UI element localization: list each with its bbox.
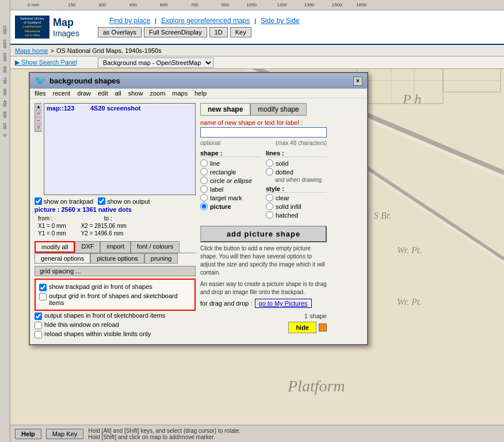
mapkey-button[interactable]: Map Key xyxy=(46,429,83,439)
svg-text:S Br.: S Br. xyxy=(374,211,391,220)
radio-picture[interactable] xyxy=(200,203,208,210)
search-bar: ▶ Show Search Panel Background map - Ope… xyxy=(10,56,504,69)
style-hatched-row: hatched xyxy=(266,211,327,219)
radio-dotted[interactable] xyxy=(266,168,273,176)
svg-text:Wr. Pt.: Wr. Pt. xyxy=(397,297,422,307)
dialog-close-button[interactable]: × xyxy=(353,77,362,86)
show-trackpad-label[interactable]: show on trackpad xyxy=(35,197,93,205)
svg-text:Platform: Platform xyxy=(287,377,345,395)
lines-dotted-row: dotted xyxy=(266,168,327,176)
more-checkboxes: output shapes in front of sketchboard it… xyxy=(35,312,196,338)
menu-maps[interactable]: maps xyxy=(172,90,188,97)
radio-target[interactable] xyxy=(200,194,208,201)
output-shapes-label: output shapes in front of sketchboard it… xyxy=(44,312,165,319)
tab-import[interactable]: import xyxy=(100,241,131,253)
menu-files[interactable]: files xyxy=(35,90,46,97)
top-bar: National Library of Scotland Leabharlann… xyxy=(10,10,504,45)
tab-new-shape[interactable]: new shape xyxy=(200,103,250,116)
reload-shapes-checkbox[interactable] xyxy=(35,331,42,338)
trackpad-screenshot-label: 4S20 screenshot xyxy=(90,105,140,112)
fullscreen-button[interactable]: Full ScreenDisplay xyxy=(144,27,207,37)
menu-zoom[interactable]: zoom xyxy=(150,90,165,97)
ruler-top: 0 mm 150 300 450 600 750 900 1050 1200 1… xyxy=(0,0,504,10)
name-input[interactable] xyxy=(200,127,327,138)
radio-solid-infill[interactable] xyxy=(266,203,273,210)
hide-window-checkbox[interactable] xyxy=(35,322,42,329)
nav-zoom-out[interactable]: − xyxy=(35,117,42,124)
explore-maps-link[interactable]: Explore georeferenced maps xyxy=(161,17,250,25)
radio-solid[interactable] xyxy=(266,159,273,167)
for-drag-label: for drag and drop : xyxy=(200,300,253,307)
radio-label[interactable] xyxy=(200,185,208,193)
dialog-tabs: modify all DXF import font / colours xyxy=(35,241,196,253)
radio-circle[interactable] xyxy=(200,177,208,184)
menu-show[interactable]: show xyxy=(128,90,143,97)
help-button[interactable]: Help xyxy=(15,429,41,439)
svg-text:P h: P h xyxy=(402,92,421,106)
output-grid-checkbox[interactable] xyxy=(39,293,47,300)
opt-general[interactable]: general options xyxy=(35,253,90,264)
show-trackpad-checkbox[interactable] xyxy=(35,197,42,205)
shape-line-row: line xyxy=(200,159,261,167)
radio-line[interactable] xyxy=(200,159,208,167)
nav-zoom-in[interactable]: + xyxy=(35,110,42,117)
menu-all[interactable]: all xyxy=(115,90,121,97)
dialog-title-bar[interactable]: 🐦 background shapes × xyxy=(30,73,367,89)
trackpad-area[interactable]: map::123 4S20 screenshot xyxy=(44,103,196,195)
radio-hatched[interactable] xyxy=(266,211,273,219)
nav-up[interactable]: ▲ xyxy=(35,104,42,110)
background-map-select[interactable]: Background map - OpenStreetMap xyxy=(98,58,213,68)
shape-picture-row: picture xyxy=(200,203,261,210)
1d-button[interactable]: 1D xyxy=(209,27,228,37)
menu-draw[interactable]: draw xyxy=(77,90,91,97)
show-trackpad-grid-row: show trackpad grid in front of shapes xyxy=(39,283,191,291)
grid-spacing-button[interactable]: grid spacing ... xyxy=(35,266,196,276)
menu-help[interactable]: help xyxy=(194,90,207,97)
add-picture-shape-button[interactable]: add picture shape xyxy=(200,226,327,242)
bottom-bar: Help Map Key Hold [Alt] and [Shift] keys… xyxy=(10,425,504,442)
top-buttons: as Overlays Full ScreenDisplay 1D Key xyxy=(98,27,499,37)
tab-modify-all[interactable]: modify all xyxy=(35,241,75,253)
find-by-place-link[interactable]: Find by place xyxy=(109,17,150,25)
hide-color-square xyxy=(319,323,327,332)
shape-col-label: shape : xyxy=(200,150,261,157)
style-solid-infill-row: solid infill xyxy=(266,203,327,210)
show-trackpad-grid-checkbox[interactable] xyxy=(39,284,47,291)
menu-edit[interactable]: edit xyxy=(98,90,108,97)
right-panel: new shape modify shape name of new shape… xyxy=(200,103,327,340)
ruler-left: 1350 1200 1050 900 750 600 450 300 150 0 xyxy=(0,0,10,442)
hide-button[interactable]: hide xyxy=(288,322,316,333)
show-options-row: show on trackpad show on output xyxy=(35,197,196,205)
tab-dxf[interactable]: DXF xyxy=(75,241,100,253)
drag-drop-section: An easier way to create a picture shape … xyxy=(200,280,327,308)
side-by-side-link[interactable]: Side by Side xyxy=(261,17,299,25)
options-row: general options picture options pruning xyxy=(35,253,196,264)
key-button[interactable]: Key xyxy=(230,27,251,37)
output-shapes-checkbox[interactable] xyxy=(35,313,42,320)
dialog-body: ▲ + − ? map::123 4S20 screenshot show on… xyxy=(30,98,367,344)
breadcrumb: Maps home > OS National Grid Maps, 1940s… xyxy=(10,45,504,56)
menu-recent[interactable]: recent xyxy=(53,90,71,97)
style-section: style : clear solid infill hatched xyxy=(266,185,327,219)
hide-row: hide xyxy=(200,322,327,333)
trackpad-nav: ▲ + − ? xyxy=(35,103,41,132)
shape-count: 1 shape xyxy=(200,313,327,319)
nav-question[interactable]: ? xyxy=(35,124,42,131)
shape-lines-section: shape : line rectangle circle or ellipse xyxy=(200,150,327,220)
hide-window-label: hide this window on reload xyxy=(44,321,119,328)
radio-rectangle[interactable] xyxy=(200,168,208,176)
maps-home-link[interactable]: Maps home xyxy=(15,47,48,54)
overlay-button[interactable]: as Overlays xyxy=(98,27,142,37)
tab-font-colours[interactable]: font / colours xyxy=(131,241,180,253)
show-output-checkbox[interactable] xyxy=(98,197,105,205)
reload-shapes-row: reload shapes within visible limits only xyxy=(35,330,196,338)
opt-picture[interactable]: picture options xyxy=(90,253,144,264)
max-chars-label: (max 48 characters) xyxy=(276,140,327,146)
my-pictures-link[interactable]: go to My Pictures xyxy=(255,299,312,308)
radio-clear[interactable] xyxy=(266,194,273,201)
show-search-panel[interactable]: ▶ Show Search Panel xyxy=(15,59,77,66)
tab-modify-shape[interactable]: modify shape xyxy=(250,103,306,116)
show-output-label[interactable]: show on output xyxy=(98,197,150,205)
opt-pruning[interactable]: pruning xyxy=(144,253,178,264)
shape-label-row: label xyxy=(200,185,261,193)
